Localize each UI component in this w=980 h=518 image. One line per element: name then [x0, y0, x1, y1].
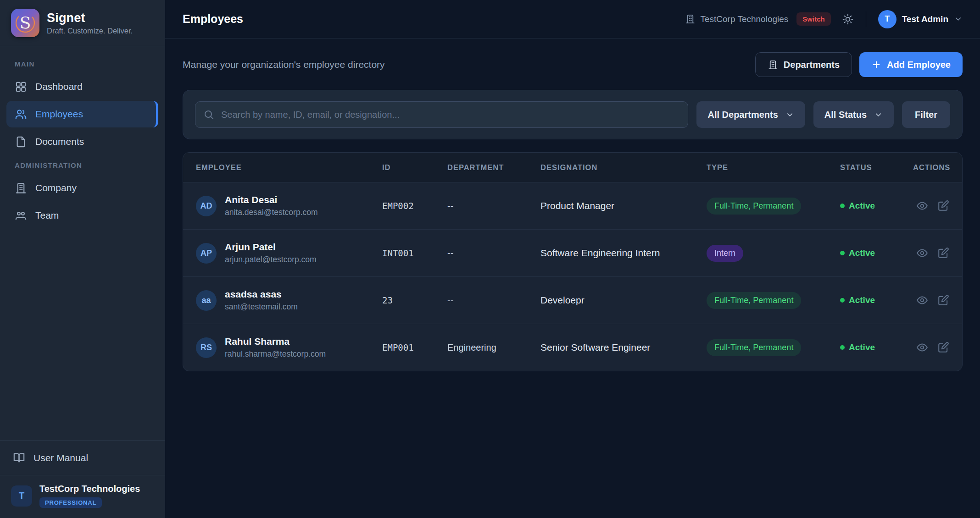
column-header-actions: ACTIONS: [913, 163, 950, 172]
employee-type-badge: Full-Time, Permanent: [707, 198, 801, 215]
switch-org-button[interactable]: Switch: [796, 12, 830, 26]
chevron-down-icon: [954, 15, 963, 23]
view-employee-eye-icon[interactable]: [916, 294, 928, 306]
building-icon: [768, 60, 778, 70]
sidebar-item-label: Team: [35, 210, 59, 221]
employee-name: Arjun Patel: [225, 242, 317, 253]
employee-id: INT001: [382, 248, 447, 258]
book-open-icon: [13, 452, 25, 464]
org-avatar: T: [11, 485, 32, 507]
status-filter-value: All Status: [824, 110, 867, 120]
employee-avatar: AP: [196, 243, 217, 264]
sidebar-item-label: Dashboard: [35, 81, 83, 92]
brand-header: S Signet Draft. Customize. Deliver.: [0, 0, 165, 46]
sidebar: S Signet Draft. Customize. Deliver. MAIN…: [0, 0, 165, 518]
building-icon: [15, 182, 27, 194]
employee-type-badge: Full-Time, Permanent: [707, 292, 801, 309]
employee-department: Engineering: [447, 342, 540, 353]
status-label: Active: [849, 295, 875, 305]
employee-name: asadsa asas: [225, 289, 298, 300]
employee-identity: Rahul Sharma rahul.sharma@testcorp.com: [225, 336, 326, 359]
edit-employee-pencil-icon[interactable]: [937, 247, 949, 259]
column-header-designation: DESIGNATION: [540, 163, 707, 172]
table-row[interactable]: aa asadsa asas sant@testemail.com 23 -- …: [183, 276, 962, 324]
column-header-id: ID: [382, 163, 447, 172]
divider: [866, 11, 866, 27]
edit-employee-pencil-icon[interactable]: [937, 294, 949, 306]
sidebar-item-team[interactable]: Team: [6, 202, 158, 229]
employee-name: Anita Desai: [225, 194, 318, 205]
table-row[interactable]: AD Anita Desai anita.desai@testcorp.com …: [183, 182, 962, 229]
status-dot-icon: [840, 204, 845, 208]
employee-designation: Product Manager: [540, 200, 707, 211]
column-header-status: STATUS: [840, 163, 913, 172]
document-icon: [15, 136, 27, 148]
status-dot-icon: [840, 345, 845, 350]
employee-identity: asadsa asas sant@testemail.com: [225, 289, 298, 312]
sidebar-footer: User Manual T TestCorp Technologies PROF…: [0, 440, 165, 518]
sidebar-item-company[interactable]: Company: [6, 175, 158, 201]
sidebar-item-label: Employees: [35, 109, 83, 120]
sidebar-nav: MAIN Dashboard Employees: [0, 46, 165, 440]
topbar-right: TestCorp Technologies Switch T Test Admi…: [685, 10, 963, 28]
sidebar-item-label: Documents: [35, 136, 84, 147]
department-filter-value: All Departments: [707, 110, 778, 120]
status-dot-icon: [840, 251, 845, 255]
add-employee-button[interactable]: Add Employee: [859, 52, 963, 77]
row-actions: [913, 200, 949, 212]
view-employee-eye-icon[interactable]: [916, 200, 928, 212]
departments-button[interactable]: Departments: [755, 52, 852, 77]
page-body: Manage your organization's employee dire…: [165, 39, 980, 518]
table-header-row: EMPLOYEE ID DEPARTMENT DESIGNATION TYPE …: [183, 153, 962, 182]
org-info: TestCorp Technologies PROFESSIONAL: [39, 484, 140, 508]
employee-type-badge: Full-Time, Permanent: [707, 339, 801, 356]
employee-identity: Arjun Patel arjun.patel@testcorp.com: [225, 242, 317, 265]
table-body: AD Anita Desai anita.desai@testcorp.com …: [183, 182, 962, 371]
edit-employee-pencil-icon[interactable]: [937, 342, 949, 353]
table-row[interactable]: RS Rahul Sharma rahul.sharma@testcorp.co…: [183, 324, 962, 371]
edit-employee-pencil-icon[interactable]: [937, 200, 949, 212]
status-filter-select[interactable]: All Status: [813, 101, 894, 128]
logo-letter: S: [20, 15, 31, 31]
subheader-actions: Departments Add Employee: [755, 52, 963, 77]
employee-cell: RS Rahul Sharma rahul.sharma@testcorp.co…: [196, 336, 382, 359]
status-badge: Active: [840, 295, 913, 305]
plan-badge: PROFESSIONAL: [39, 497, 102, 508]
sidebar-item-documents[interactable]: Documents: [6, 128, 158, 155]
sidebar-item-employees[interactable]: Employees: [6, 101, 158, 127]
search-field-wrap: [195, 101, 688, 128]
brand-tagline: Draft. Customize. Deliver.: [47, 27, 133, 35]
employee-email: anita.desai@testcorp.com: [225, 208, 318, 217]
sidebar-item-label: Company: [35, 182, 77, 193]
view-employee-eye-icon[interactable]: [916, 247, 928, 259]
sidebar-item-dashboard[interactable]: Dashboard: [6, 73, 158, 100]
employee-type-badge: Intern: [707, 245, 743, 262]
brand-name: Signet: [47, 11, 133, 25]
building-icon: [685, 14, 696, 24]
column-header-type: TYPE: [707, 163, 840, 172]
table-row[interactable]: AP Arjun Patel arjun.patel@testcorp.com …: [183, 229, 962, 276]
theme-toggle-sun-icon[interactable]: [842, 13, 854, 25]
view-employee-eye-icon[interactable]: [916, 342, 928, 353]
status-badge: Active: [840, 201, 913, 211]
employee-designation: Develoepr: [540, 295, 707, 306]
filter-button[interactable]: Filter: [902, 101, 950, 128]
departments-button-label: Departments: [784, 60, 840, 70]
search-input[interactable]: [195, 101, 688, 128]
department-filter-select[interactable]: All Departments: [696, 101, 805, 128]
main-area: Employees TestCorp Technologies Switch: [165, 0, 980, 518]
employee-cell: AP Arjun Patel arjun.patel@testcorp.com: [196, 242, 382, 265]
user-manual-link[interactable]: User Manual: [0, 440, 165, 475]
status-label: Active: [849, 342, 875, 353]
add-employee-button-label: Add Employee: [887, 60, 951, 70]
status-dot-icon: [840, 298, 845, 303]
chevron-down-icon: [785, 110, 794, 119]
employee-department: --: [447, 295, 540, 306]
employee-email: sant@testemail.com: [225, 302, 298, 312]
team-icon: [15, 209, 27, 222]
nav-section-main-label: MAIN: [0, 55, 165, 72]
sidebar-org-card[interactable]: T TestCorp Technologies PROFESSIONAL: [0, 475, 165, 518]
page-subtitle: Manage your organization's employee dire…: [183, 59, 385, 70]
user-menu[interactable]: T Test Admin: [878, 10, 963, 28]
status-badge: Active: [840, 248, 913, 258]
